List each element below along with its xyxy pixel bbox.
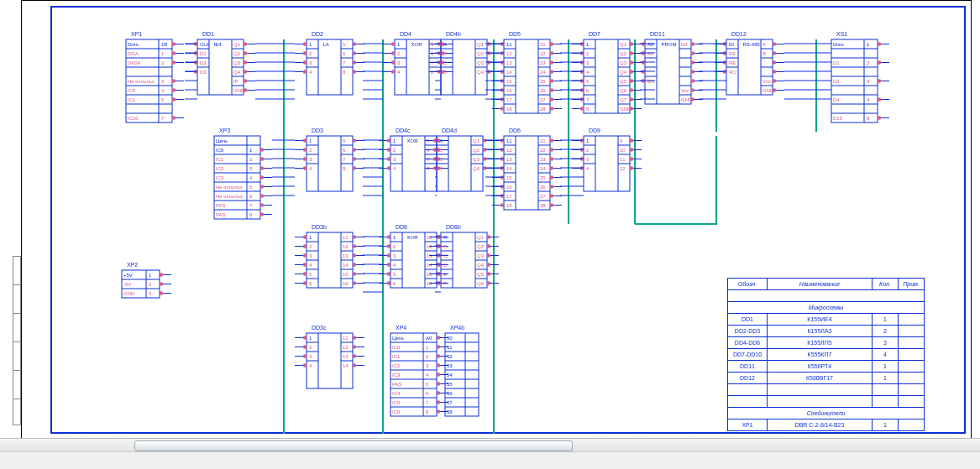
bom-cell	[728, 396, 768, 408]
scrollbar-thumb[interactable]	[134, 440, 573, 451]
bom-cell	[768, 384, 873, 396]
refdes-DD9: DD9	[589, 128, 600, 133]
bom-cell: 1	[873, 314, 899, 326]
bom-cell	[873, 384, 899, 396]
bom-cell	[899, 314, 925, 326]
refdes-DD2: DD2	[312, 31, 323, 37]
bom-cell: К555КП7	[768, 349, 873, 361]
refdes-DD4d: DD4d	[442, 128, 457, 133]
bom-cell: DD2-DD3	[728, 326, 768, 337]
refdes-XP1: XP1	[131, 31, 142, 37]
bom-h-ref: Обозн.	[728, 279, 768, 290]
bom-cell	[728, 384, 768, 396]
bom-cell	[728, 290, 925, 302]
bom-cell: DD12	[728, 373, 768, 384]
bom-cell	[899, 361, 925, 373]
bom-h-qty: Кол.	[873, 279, 899, 290]
page-frame: XP1DD1DD2DD4DD4bDD5DD7DD11DD12XS1XP3DD3D…	[21, 0, 972, 440]
bom-cell	[899, 373, 925, 384]
refdes-DD11: DD11	[650, 31, 665, 37]
bom-h-name: Наименование	[768, 279, 873, 290]
bom-cell: К556РТ4	[768, 361, 873, 373]
bom-cell: К155ЛП5	[768, 337, 873, 349]
bom-cell: 1	[873, 419, 899, 431]
bom-cell	[899, 384, 925, 396]
refdes-DD3: DD3	[312, 128, 323, 133]
bom-h-note: Прим.	[899, 279, 925, 290]
bom-cell: DD7-DD10	[728, 349, 768, 361]
refdes-DD12: DD12	[731, 31, 747, 37]
bom-cell: XP1	[728, 419, 768, 431]
refdes-DD4c: DD4c	[396, 128, 411, 133]
refdes-XP2: XP2	[127, 262, 138, 268]
refdes-DD1: DD1	[202, 31, 214, 37]
horizontal-scrollbar[interactable]	[0, 438, 980, 452]
bom-cell: К155ИЕ4	[768, 314, 873, 326]
bom-cell: DBR С-2-8/14-В23	[768, 419, 873, 431]
refdes-XP3: XP3	[219, 128, 230, 133]
bom-cell	[899, 326, 925, 337]
refdes-DD6: DD6	[509, 128, 521, 133]
refdes-XS1: XS1	[836, 31, 847, 37]
bom-cell	[899, 337, 925, 349]
vertical-ruler	[13, 256, 21, 425]
bom-cell: 1	[873, 361, 899, 373]
bom-cell: DD4-DD6	[728, 337, 768, 349]
status-bar	[0, 451, 980, 469]
bom-cell: 3	[873, 337, 899, 349]
refdes-DD5: DD5	[509, 31, 521, 37]
refdes-DD8: DD8	[396, 224, 407, 230]
refdes-XP4b: XP4b	[450, 325, 464, 331]
refdes-DD3b: DD3b	[312, 224, 327, 230]
bom-cell: 4	[873, 349, 899, 361]
bom-cell: DD1	[728, 314, 768, 326]
bom-cell: Микросхемы	[728, 302, 925, 314]
refdes-DD4b: DD4b	[446, 31, 461, 37]
bom-cell	[899, 419, 925, 431]
bom-cell: К155ЛА3	[768, 326, 873, 337]
refdes-DD4: DD4	[400, 31, 411, 37]
bom-cell: Соединители	[728, 408, 925, 419]
bom-cell	[899, 396, 925, 408]
bom-cell: DD11	[728, 361, 768, 373]
bom-table: Обозн. Наименование Кол. Прим. Микросхем…	[727, 278, 925, 431]
bom-cell: 1	[873, 373, 899, 384]
bom-cell	[899, 349, 925, 361]
refdes-XP4: XP4	[396, 325, 406, 331]
refdes-DD7: DD7	[589, 31, 600, 37]
bom-cell: 2	[873, 326, 899, 337]
refdes-DD3c: DD3c	[312, 325, 327, 331]
bom-cell	[873, 396, 899, 408]
bom-cell	[768, 396, 873, 408]
bom-cell: К580ВГ17	[768, 373, 873, 384]
refdes-DD8b: DD8b	[446, 224, 461, 230]
